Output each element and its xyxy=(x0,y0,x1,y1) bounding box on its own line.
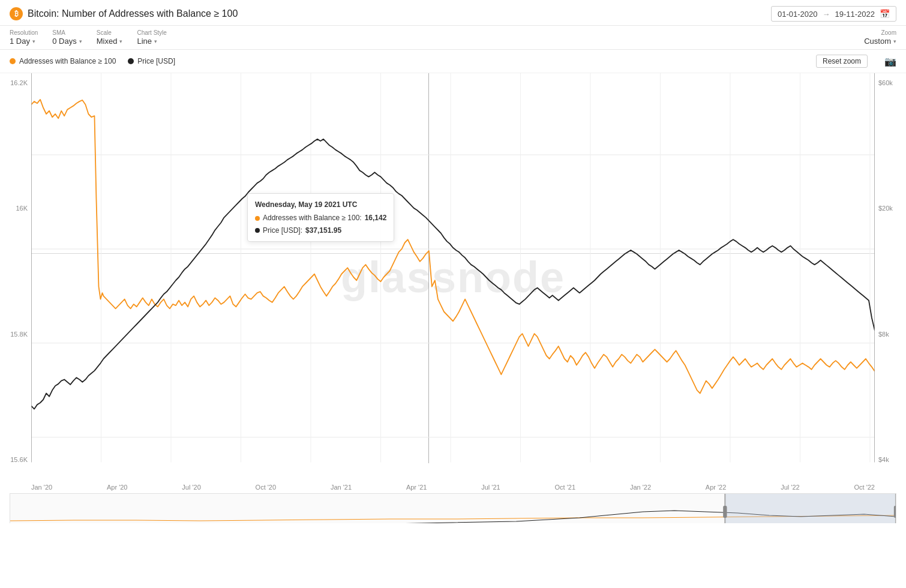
legend-label-addresses: Addresses with Balance ≥ 100 xyxy=(19,57,116,65)
tooltip-value-1: 16,142 xyxy=(365,212,387,224)
x-label-apr20: Apr '20 xyxy=(107,484,128,491)
legend-price: Price [USD] xyxy=(128,57,175,65)
date-range-picker[interactable]: 01-01-2020 → 19-11-2022 📅 xyxy=(771,6,896,22)
sma-dropdown[interactable]: SMA 0 Days ▾ xyxy=(52,29,82,46)
date-end: 19-11-2022 xyxy=(835,10,875,19)
x-label-jan20: Jan '20 xyxy=(31,484,52,491)
sma-chevron: ▾ xyxy=(79,38,82,44)
toolbar: Resolution 1 Day ▾ SMA 0 Days ▾ Scale Mi… xyxy=(0,26,906,50)
y-left-1: 16.2K xyxy=(10,79,28,86)
scale-value-row: Mixed ▾ xyxy=(97,37,123,46)
x-label-jan22: Jan '22 xyxy=(630,484,651,491)
x-label-jul22: Jul '22 xyxy=(781,484,799,491)
y-right-2: $20k xyxy=(878,205,893,212)
chart-style-label: Chart Style xyxy=(137,29,166,36)
chart-wrapper: 16.2K 16K 15.8K 15.6K glassnode Wednesda… xyxy=(0,73,906,523)
mini-chart[interactable] xyxy=(10,493,896,523)
x-axis: Jan '20 Apr '20 Jul '20 Oct '20 Jan '21 … xyxy=(0,481,906,493)
y-left-2: 16K xyxy=(16,205,28,212)
chart-style-value-row: Line ▾ xyxy=(137,37,166,46)
chart-style-chevron: ▾ xyxy=(154,38,157,44)
y-right-3: $8k xyxy=(878,331,889,338)
x-label-jan21: Jan '21 xyxy=(331,484,352,491)
zoom-chevron: ▾ xyxy=(893,38,896,44)
calendar-icon: 📅 xyxy=(880,9,890,19)
tooltip-line-1: Addresses with Balance ≥ 100: 16,142 xyxy=(255,212,386,224)
legend-addresses: Addresses with Balance ≥ 100 xyxy=(10,57,116,65)
x-label-oct22: Oct '22 xyxy=(854,484,875,491)
chart-main[interactable]: glassnode Wednesday, May 19 2021 UTC Add… xyxy=(31,73,875,481)
y-left-3: 15.8K xyxy=(10,331,28,338)
zoom-dropdown[interactable]: Zoom Custom ▾ xyxy=(864,29,896,46)
x-label-jul20: Jul '20 xyxy=(182,484,200,491)
page-title: Bitcoin: Number of Addresses with Balanc… xyxy=(28,8,238,19)
chart-area: 16.2K 16K 15.8K 15.6K glassnode Wednesda… xyxy=(0,73,906,481)
resolution-value-row: 1 Day ▾ xyxy=(10,37,38,46)
sma-label: SMA xyxy=(52,29,82,36)
legend: Addresses with Balance ≥ 100 Price [USD]… xyxy=(0,50,906,73)
svg-rect-23 xyxy=(894,506,896,518)
tooltip-dot-addresses xyxy=(255,216,260,221)
zoom-value-row: Custom ▾ xyxy=(864,37,896,46)
chart-style-value: Line xyxy=(137,37,152,46)
svg-rect-22 xyxy=(723,506,727,518)
legend-label-price: Price [USD] xyxy=(137,57,175,65)
tooltip-date: Wednesday, May 19 2021 UTC xyxy=(255,199,386,211)
title-row: ₿ Bitcoin: Number of Addresses with Bala… xyxy=(10,7,238,20)
scale-chevron: ▾ xyxy=(119,38,122,44)
bitcoin-icon: ₿ xyxy=(10,7,23,20)
scale-value: Mixed xyxy=(97,37,118,46)
date-start: 01-01-2020 xyxy=(778,10,818,19)
y-axis-left: 16.2K 16K 15.8K 15.6K xyxy=(0,73,31,481)
x-label-oct20: Oct '20 xyxy=(256,484,277,491)
tooltip-line-2: Price [USD]: $37,151.95 xyxy=(255,224,386,236)
y-right-1: $60k xyxy=(878,79,893,86)
tooltip-box: Wednesday, May 19 2021 UTC Addresses wit… xyxy=(247,193,394,242)
scale-label: Scale xyxy=(97,29,123,36)
tooltip-dot-price xyxy=(255,228,260,233)
svg-rect-19 xyxy=(725,494,896,523)
zoom-label: Zoom xyxy=(881,29,896,36)
x-label-apr22: Apr '22 xyxy=(706,484,727,491)
chart-style-dropdown[interactable]: Chart Style Line ▾ xyxy=(137,29,166,46)
sma-value: 0 Days xyxy=(52,37,76,46)
scale-dropdown[interactable]: Scale Mixed ▾ xyxy=(97,29,123,46)
legend-dot-addresses xyxy=(10,58,16,64)
resolution-label: Resolution xyxy=(10,29,38,36)
tooltip-value-2: $37,151.95 xyxy=(305,224,341,236)
camera-icon[interactable]: 📷 xyxy=(884,56,896,67)
tooltip-label-1: Addresses with Balance ≥ 100: xyxy=(263,212,362,224)
y-right-4: $4k xyxy=(878,456,889,463)
mini-chart-svg xyxy=(10,494,896,523)
reset-zoom-button[interactable]: Reset zoom xyxy=(816,55,868,68)
x-label-oct21: Oct '21 xyxy=(555,484,576,491)
zoom-value: Custom xyxy=(864,37,891,46)
y-left-4: 15.6K xyxy=(10,456,28,463)
resolution-dropdown[interactable]: Resolution 1 Day ▾ xyxy=(10,29,38,46)
date-arrow: → xyxy=(823,10,830,19)
legend-dot-price xyxy=(128,58,134,64)
x-label-apr21: Apr '21 xyxy=(406,484,427,491)
y-axis-right: $60k $20k $8k $4k xyxy=(875,73,906,481)
sma-value-row: 0 Days ▾ xyxy=(52,37,82,46)
x-label-jul21: Jul '21 xyxy=(481,484,500,491)
header: ₿ Bitcoin: Number of Addresses with Bala… xyxy=(0,0,906,26)
resolution-value: 1 Day xyxy=(10,37,30,46)
tooltip-label-2: Price [USD]: xyxy=(263,224,302,236)
resolution-chevron: ▾ xyxy=(32,38,35,44)
chart-svg xyxy=(31,73,875,481)
